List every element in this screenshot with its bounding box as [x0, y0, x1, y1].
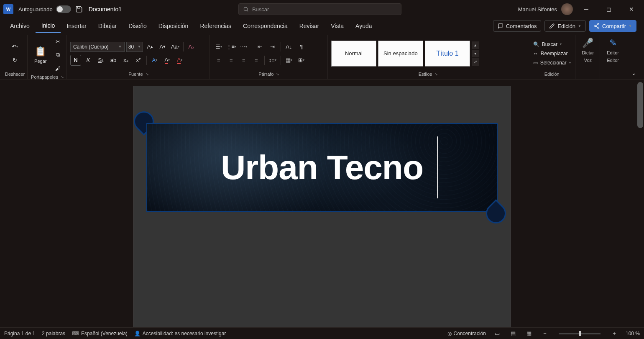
sort-button[interactable]: A↓: [284, 41, 294, 52]
borders-button[interactable]: ⊞▾: [296, 55, 307, 66]
line-spacing-button[interactable]: ↕≡▾: [267, 55, 278, 66]
text-effects-button[interactable]: A▾: [149, 55, 160, 66]
zoom-thumb[interactable]: [579, 331, 581, 336]
tab-correspondencia[interactable]: Correspondencia: [237, 19, 294, 33]
strike-button[interactable]: ab: [108, 55, 119, 66]
comments-button[interactable]: Comentarios: [493, 20, 542, 32]
vertical-scrollbar[interactable]: [637, 82, 643, 128]
autosave-toggle[interactable]: [56, 5, 71, 13]
zoom-level[interactable]: 100 %: [626, 331, 640, 336]
tab-dibujar[interactable]: Dibujar: [92, 19, 123, 33]
save-icon[interactable]: [75, 5, 83, 13]
status-language[interactable]: ⌨ Español (Venezuela): [72, 331, 128, 336]
justify-button[interactable]: ≡: [251, 55, 262, 66]
style-title1[interactable]: Título 1: [425, 41, 470, 67]
copy-button[interactable]: ⧉: [51, 49, 64, 60]
status-page[interactable]: Página 1 de 1: [4, 331, 35, 336]
document-title[interactable]: Documento1: [89, 6, 122, 13]
align-right-button[interactable]: ≡: [238, 55, 249, 66]
status-focus[interactable]: ◎ Concentración: [447, 331, 486, 336]
zoom-slider[interactable]: [559, 333, 601, 334]
editor-button[interactable]: ✎ Editor: [603, 36, 622, 57]
tab-vista[interactable]: Vista: [325, 19, 350, 33]
redo-button[interactable]: ↻: [5, 55, 25, 66]
replace-button[interactable]: ↔Reemplazar: [532, 50, 572, 57]
select-button[interactable]: ▭Seleccionar▾: [532, 59, 572, 67]
font-color-button[interactable]: A▾: [174, 55, 185, 66]
banner-object[interactable]: Urban Tecno: [138, 119, 523, 216]
dictate-button[interactable]: 🎤 Dictar: [579, 36, 598, 57]
show-marks-button[interactable]: ¶: [296, 41, 307, 52]
search-container: Buscar: [122, 3, 518, 15]
format-painter-button[interactable]: 🖌: [51, 63, 64, 74]
shrink-font-button[interactable]: A▾: [157, 41, 168, 52]
grow-font-button[interactable]: A▴: [145, 41, 156, 52]
subscript-button[interactable]: x₂: [120, 55, 131, 66]
highlight-button[interactable]: A▾: [162, 55, 173, 66]
search-input[interactable]: Buscar: [238, 3, 401, 15]
zoom-out-button[interactable]: −: [540, 330, 549, 337]
tab-archivo[interactable]: Archivo: [4, 19, 36, 33]
decrease-indent-button[interactable]: ⇤: [255, 41, 266, 52]
keyboard-icon: ⌨: [72, 331, 79, 336]
tab-disposicion[interactable]: Disposición: [153, 19, 194, 33]
launcher-icon[interactable]: ↘: [276, 72, 279, 76]
group-label-voice: Voz: [579, 57, 598, 64]
avatar[interactable]: [561, 3, 573, 15]
share-button[interactable]: Compartir ▼: [589, 20, 636, 32]
ribbon-collapse: ⌄: [626, 35, 641, 79]
styles-more-button[interactable]: ⤢: [472, 58, 479, 66]
superscript-button[interactable]: x²: [133, 55, 144, 66]
clear-format-button[interactable]: Aₓ: [186, 41, 197, 52]
multilevel-button[interactable]: ⋯▾: [238, 41, 249, 52]
minimize-button[interactable]: ─: [577, 2, 595, 16]
group-editor: ✎ Editor Editor: [601, 35, 625, 79]
username[interactable]: Manuel Sifontes: [518, 6, 557, 13]
tab-revisar[interactable]: Revisar: [294, 19, 325, 33]
paste-button[interactable]: 📋 Pegar: [31, 44, 50, 65]
autosave: Autoguardado: [18, 5, 71, 13]
cut-button[interactable]: ✂: [51, 36, 64, 47]
increase-indent-button[interactable]: ⇥: [267, 41, 278, 52]
tab-referencias[interactable]: Referencias: [194, 19, 237, 33]
ribbon-collapse-button[interactable]: ⌄: [628, 67, 639, 78]
align-center-button[interactable]: ≡: [226, 55, 237, 66]
view-print-button[interactable]: ▤: [509, 330, 518, 337]
launcher-icon[interactable]: ↘: [61, 75, 64, 79]
find-button[interactable]: 🔍Buscar▾: [532, 41, 572, 48]
bold-button[interactable]: N: [70, 55, 81, 66]
undo-button[interactable]: ↶▾: [5, 41, 25, 52]
shading-button[interactable]: ▦▾: [284, 55, 294, 66]
font-selector[interactable]: Calibri (Cuerpo)▼: [70, 42, 125, 52]
editing-mode-button[interactable]: Edición ▼: [544, 20, 586, 32]
launcher-icon[interactable]: ↘: [434, 72, 438, 76]
page[interactable]: Urban Tecno: [134, 86, 510, 327]
tab-ayuda[interactable]: Ayuda: [350, 19, 378, 33]
launcher-icon[interactable]: ↘: [146, 72, 149, 76]
style-normal[interactable]: Normal: [331, 41, 376, 67]
tab-diseno[interactable]: Diseño: [123, 19, 153, 33]
align-left-button[interactable]: ≡: [213, 55, 224, 66]
autosave-label: Autoguardado: [18, 6, 53, 13]
view-web-button[interactable]: ▦: [524, 330, 534, 337]
maximize-button[interactable]: ◻: [600, 2, 618, 16]
numbering-button[interactable]: ⋮≡▾: [226, 41, 237, 52]
view-read-button[interactable]: ▭: [493, 330, 502, 337]
font-size-selector[interactable]: 80▼: [126, 42, 143, 52]
tab-inicio[interactable]: Inicio: [36, 19, 61, 33]
style-no-spacing[interactable]: Sin espaciado: [378, 41, 423, 67]
style-gallery-arrows: ▴ ▾ ⤢: [472, 41, 479, 66]
status-words[interactable]: 2 palabras: [42, 331, 65, 336]
close-button[interactable]: ✕: [622, 2, 641, 16]
change-case-button[interactable]: Aa▾: [170, 41, 181, 52]
status-accessibility[interactable]: 👤 Accesibilidad: es necesario investigar: [134, 331, 226, 336]
svg-line-2: [247, 10, 248, 11]
bullets-button[interactable]: ☰▾: [213, 41, 224, 52]
document-area[interactable]: Urban Tecno: [0, 80, 644, 327]
tab-insertar[interactable]: Insertar: [61, 19, 92, 33]
styles-down-button[interactable]: ▾: [472, 50, 479, 57]
italic-button[interactable]: K: [83, 55, 94, 66]
zoom-in-button[interactable]: +: [610, 330, 619, 337]
underline-button[interactable]: S▾: [95, 55, 106, 66]
styles-up-button[interactable]: ▴: [472, 41, 479, 49]
